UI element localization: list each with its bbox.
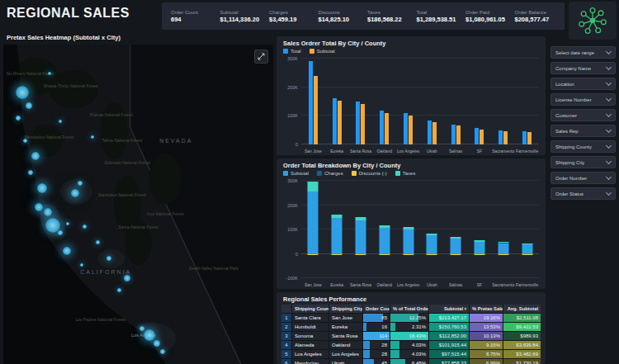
filter-order-status[interactable]: Order Status	[550, 187, 616, 200]
subtotal-segment[interactable]	[474, 242, 484, 254]
total-bar[interactable]	[475, 128, 479, 144]
total-bar[interactable]	[356, 102, 360, 144]
heat-dot[interactable]	[80, 263, 83, 267]
filter-shipping-city[interactable]: Shipping City	[550, 156, 616, 168]
heat-dot[interactable]	[16, 116, 21, 121]
total-bar[interactable]	[451, 125, 456, 144]
heat-dot[interactable]	[83, 225, 87, 229]
subtotal-segment[interactable]	[498, 243, 508, 254]
subtotal-bar[interactable]	[456, 125, 461, 144]
subtotal-bar[interactable]	[409, 116, 413, 144]
kpi-label: Order Paid	[465, 10, 507, 15]
subtotal-segment[interactable]	[332, 218, 343, 254]
heat-dot[interactable]	[144, 329, 155, 341]
filter-customer[interactable]: Customer	[550, 109, 616, 121]
heat-dot[interactable]	[106, 256, 111, 261]
row-index: 1	[281, 314, 291, 322]
heat-dot[interactable]	[160, 349, 165, 354]
filter-location[interactable]: Location	[550, 78, 616, 90]
legend-item-charges[interactable]: Charges	[317, 171, 343, 176]
discounts-segment[interactable]	[308, 254, 319, 255]
heat-dot[interactable]	[28, 170, 33, 175]
stack-up	[498, 242, 508, 253]
y-axis-tick-label: 0	[280, 142, 298, 147]
fullscreen-button[interactable]	[254, 50, 268, 64]
legend-item-subtotal[interactable]: Subtotal	[283, 171, 309, 176]
discounts-segment[interactable]	[332, 254, 343, 255]
column-header-shipping-county[interactable]: Shipping County	[292, 305, 328, 313]
subtotal-bar[interactable]	[338, 101, 342, 144]
subtotal-segment[interactable]	[308, 191, 319, 253]
heat-dot[interactable]	[63, 247, 71, 255]
heat-dot[interactable]	[23, 139, 27, 143]
subtotal-segment[interactable]	[379, 228, 390, 254]
column-header-index[interactable]	[281, 305, 291, 313]
discounts-segment[interactable]	[355, 254, 366, 255]
order-count-cell: 16	[363, 323, 390, 331]
subtotal-bar[interactable]	[503, 131, 508, 144]
subtotal-segment[interactable]	[451, 239, 461, 254]
filter-license-number[interactable]: License Number	[550, 93, 616, 106]
row-index: 4	[281, 341, 291, 349]
kpi-label: Taxes	[367, 10, 409, 15]
heat-dot[interactable]	[26, 102, 32, 109]
map-label-plumas-national-forest: Plumas National Forest	[90, 112, 133, 117]
total-bar[interactable]	[499, 130, 503, 144]
column-header-of-total-orders[interactable]: % of Total Orders	[390, 305, 428, 313]
stack-group-san-jose	[301, 181, 325, 278]
sort-desc-icon: ▾	[463, 306, 466, 311]
total-bar[interactable]	[309, 61, 313, 144]
heat-dot[interactable]	[59, 120, 62, 123]
legend-item-total[interactable]: Total	[283, 49, 301, 54]
bar-groups	[301, 181, 539, 278]
total-bar[interactable]	[404, 113, 408, 144]
subtotal-segment[interactable]	[522, 244, 532, 254]
filter-order-number[interactable]: Order Number	[550, 172, 616, 184]
filter-shipping-county[interactable]: Shipping County	[550, 140, 616, 153]
subtotal-bar[interactable]	[385, 113, 389, 144]
stack-up	[474, 240, 484, 253]
subtotal-bar[interactable]	[432, 122, 437, 144]
subtotal-cell: $77,858.33	[429, 359, 469, 364]
subtotal-bar[interactable]	[527, 132, 532, 144]
kpi-value: $14,825.10	[319, 16, 360, 23]
filter-company-name[interactable]: Company Name	[550, 62, 616, 74]
filter-sales-rep[interactable]: Sales Rep	[550, 125, 616, 137]
column-header-order-count[interactable]: Order Count	[363, 305, 390, 313]
column-header-avg-subtotal[interactable]: Avg. Subtotal	[503, 305, 541, 313]
filter-select-date-range[interactable]: Select date range	[550, 46, 616, 59]
legend-label: Subtotal	[317, 49, 335, 54]
column-header-shipping-city[interactable]: Shipping City	[329, 305, 362, 313]
subtotal-segment[interactable]	[355, 220, 366, 254]
subtotal-segment[interactable]	[403, 229, 413, 254]
column-header-pretax-sales[interactable]: % Pretax Sales	[470, 305, 503, 313]
subtotal-bar[interactable]	[361, 104, 365, 144]
chart-title: Order Total Breakdown By City / County	[283, 162, 400, 169]
stack-group-los-angeles	[396, 181, 420, 278]
legend-item-subtotal[interactable]: Subtotal	[310, 49, 335, 54]
heat-dot[interactable]	[124, 275, 130, 281]
taxes-segment[interactable]	[308, 182, 319, 191]
total-bar[interactable]	[428, 121, 432, 144]
shipping-city-cell: Eureka	[329, 323, 362, 331]
x-axis-category-label: SF	[468, 149, 492, 154]
total-bar[interactable]	[380, 111, 384, 144]
total-bar[interactable]	[333, 98, 337, 144]
heat-dot[interactable]	[16, 86, 29, 99]
heat-dot[interactable]	[35, 203, 43, 211]
subtotal-bar[interactable]	[314, 76, 318, 144]
legend-item-discounts[interactable]: Discounts (-)	[352, 171, 387, 176]
chart-legend: SubtotalChargesDiscounts (-)Taxes	[283, 171, 415, 176]
subtotal-bar[interactable]	[480, 130, 484, 144]
x-axis-category-label: Los Angeles	[396, 149, 420, 154]
heat-dot[interactable]	[58, 230, 63, 235]
stack-group-salinas	[444, 181, 468, 278]
legend-item-taxes[interactable]: Taxes	[395, 171, 416, 176]
heat-dot[interactable]	[48, 72, 51, 75]
heat-dot[interactable]	[71, 189, 79, 197]
column-header-subtotal[interactable]: Subtotal ▾	[429, 305, 469, 313]
map-canvas[interactable]: NEVADACALIFORNIASix Rivers National Fore…	[3, 45, 273, 364]
subtotal-segment[interactable]	[427, 235, 437, 253]
pct-pretax-sales-cell: 6.99%	[470, 359, 503, 364]
total-bar[interactable]	[522, 131, 527, 144]
